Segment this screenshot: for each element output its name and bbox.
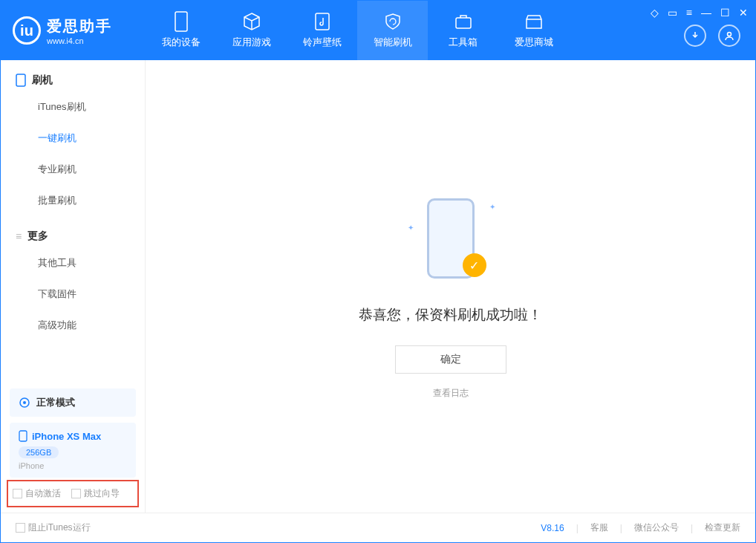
sidebar-item-pro-flash[interactable]: 专业刷机: [1, 154, 145, 185]
checkbox-label: 自动激活: [25, 487, 61, 500]
svg-rect-2: [456, 18, 471, 28]
close-icon[interactable]: ✕: [739, 7, 748, 19]
device-capacity: 256GB: [19, 446, 59, 458]
maximize-icon[interactable]: ☐: [720, 7, 730, 19]
success-message: 恭喜您，保资料刷机成功啦！: [359, 305, 542, 325]
sidebar-item-advanced[interactable]: 高级功能: [1, 310, 145, 341]
window-controls: ◇ ▭ ≡ — ☐ ✕: [651, 7, 748, 19]
sidebar-section-more: ≡ 更多: [1, 216, 145, 247]
tab-label: 爱思商城: [515, 36, 553, 49]
checkbox-auto-activate[interactable]: 自动激活: [13, 487, 61, 500]
checkbox-row-highlighted: 自动激活 跳过向导: [7, 480, 139, 507]
device-box[interactable]: iPhone XS Max 256GB iPhone: [10, 423, 136, 478]
device-icon: [19, 430, 27, 442]
device-icon: [172, 12, 191, 31]
tab-label: 我的设备: [162, 36, 201, 49]
support-link[interactable]: 客服: [590, 521, 608, 534]
separator: |: [576, 523, 579, 533]
app-logo-icon: iu: [13, 16, 41, 45]
checkbox-skip-guide[interactable]: 跳过向导: [71, 487, 120, 500]
svg-point-6: [23, 401, 26, 404]
success-illustration: ✦ ✦ ✓: [421, 194, 480, 283]
checkbox-icon: [71, 489, 81, 498]
title-bar: iu 爱思助手 www.i4.cn 我的设备 应用游戏 铃声壁纸 智能刷机 工具…: [1, 1, 755, 60]
tab-label: 工具箱: [449, 36, 478, 49]
music-file-icon: [313, 12, 332, 31]
svg-rect-4: [16, 74, 25, 86]
checkbox-icon: [16, 523, 25, 533]
device-type: iPhone: [19, 461, 127, 470]
tab-store[interactable]: 爱思商城: [498, 1, 569, 60]
mode-icon: [19, 397, 30, 409]
app-subtitle: www.i4.cn: [47, 36, 112, 45]
svg-rect-7: [19, 431, 27, 441]
main-content: ✦ ✦ ✓ 恭喜您，保资料刷机成功啦！ 确定 查看日志: [146, 60, 755, 513]
mode-box[interactable]: 正常模式: [10, 388, 136, 417]
tab-smart-flash[interactable]: 智能刷机: [357, 1, 428, 60]
checkbox-block-itunes[interactable]: 阻止iTunes运行: [16, 521, 91, 534]
download-button[interactable]: [684, 25, 706, 47]
user-button[interactable]: [718, 25, 740, 47]
check-badge-icon: ✓: [463, 253, 486, 277]
mode-label: 正常模式: [36, 396, 75, 409]
shield-refresh-icon: [383, 12, 403, 31]
checkbox-label: 阻止iTunes运行: [28, 521, 91, 534]
wechat-link[interactable]: 微信公众号: [634, 521, 679, 534]
section-title: 更多: [27, 230, 48, 243]
shirt-icon[interactable]: ◇: [651, 7, 659, 19]
ok-button[interactable]: 确定: [395, 345, 506, 374]
tab-label: 智能刷机: [374, 36, 412, 49]
sidebar-item-download-firmware[interactable]: 下载固件: [1, 279, 145, 310]
tab-ringtone-wallpaper[interactable]: 铃声壁纸: [287, 1, 357, 60]
separator: |: [691, 523, 693, 533]
device-name-label: iPhone XS Max: [32, 431, 101, 442]
section-title: 刷机: [32, 74, 53, 87]
sparkle-icon: ✦: [408, 224, 414, 232]
view-log-link[interactable]: 查看日志: [433, 387, 469, 400]
app-title: 爱思助手: [47, 16, 112, 36]
sidebar-section-flash: 刷机: [1, 60, 145, 91]
version-label: V8.16: [541, 523, 564, 533]
svg-rect-0: [175, 12, 187, 31]
check-update-link[interactable]: 检查更新: [705, 521, 740, 534]
checkbox-icon: [13, 489, 22, 498]
logo-area: iu 爱思助手 www.i4.cn: [1, 16, 146, 45]
separator: |: [620, 523, 622, 533]
svg-point-3: [728, 33, 731, 36]
skin-icon[interactable]: ▭: [668, 7, 677, 19]
status-bar: 阻止iTunes运行 V8.16 | 客服 | 微信公众号 | 检查更新: [1, 513, 755, 542]
menu-icon[interactable]: ≡: [686, 7, 692, 19]
sparkle-icon: ✦: [489, 203, 495, 211]
sidebar-item-oneclick-flash[interactable]: 一键刷机: [1, 123, 145, 154]
checkbox-label: 跳过向导: [84, 487, 120, 500]
tab-label: 铃声壁纸: [303, 36, 342, 49]
toolbox-icon: [454, 12, 473, 31]
phone-icon: [16, 74, 26, 87]
sidebar-item-itunes-flash[interactable]: iTunes刷机: [1, 91, 145, 123]
sidebar: 刷机 iTunes刷机 一键刷机 专业刷机 批量刷机 ≡ 更多 其他工具 下载固…: [1, 60, 146, 513]
minimize-icon[interactable]: —: [701, 7, 711, 19]
svg-rect-1: [316, 13, 329, 30]
sidebar-item-batch-flash[interactable]: 批量刷机: [1, 185, 145, 216]
cube-icon: [242, 12, 261, 31]
tab-apps-games[interactable]: 应用游戏: [216, 1, 287, 60]
list-icon: ≡: [16, 230, 22, 242]
tab-label: 应用游戏: [232, 36, 271, 49]
store-icon: [524, 12, 544, 31]
sidebar-item-other-tools[interactable]: 其他工具: [1, 247, 145, 279]
tab-toolbox[interactable]: 工具箱: [428, 1, 498, 60]
tab-my-device[interactable]: 我的设备: [146, 1, 216, 60]
nav-tabs: 我的设备 应用游戏 铃声壁纸 智能刷机 工具箱 爱思商城: [146, 1, 569, 60]
